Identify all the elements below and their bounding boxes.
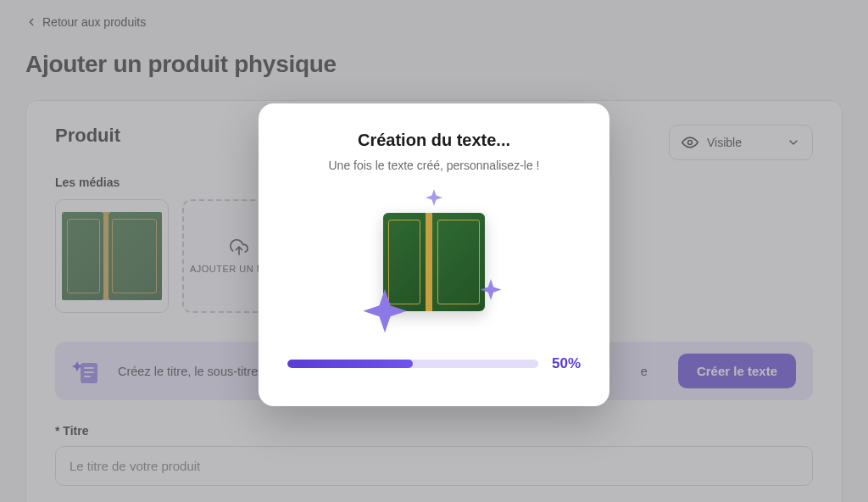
modal-title: Création du texte... <box>287 131 581 150</box>
progress-percent: 50% <box>552 355 581 372</box>
text-creation-modal: Création du texte... Une fois le texte c… <box>259 103 609 406</box>
progress-bar <box>287 360 538 368</box>
sparkle-icon <box>361 289 409 337</box>
sparkle-icon <box>478 279 504 304</box>
sparkle-icon <box>424 189 444 209</box>
modal-subtitle: Une fois le texte créé, personnalisez-le… <box>287 159 581 172</box>
progress-fill <box>287 360 413 368</box>
progress-row: 50% <box>287 355 581 372</box>
modal-illustration <box>366 194 502 330</box>
modal-overlay: Création du texte... Une fois le texte c… <box>0 0 868 502</box>
